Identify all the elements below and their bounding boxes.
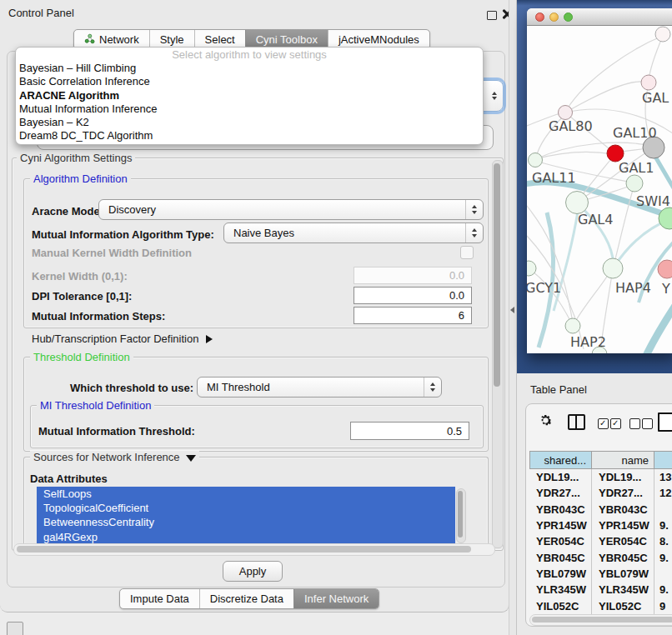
algorithm-option-bayesian-k2[interactable]: Bayesian – K2 xyxy=(16,116,483,129)
scrollbar-thumb[interactable] xyxy=(532,617,672,622)
unchecked-checkbox-icon[interactable] xyxy=(629,418,640,429)
dpi-tolerance-field[interactable]: 0.0 xyxy=(354,287,472,304)
split-column-icon[interactable] xyxy=(568,414,585,430)
mi-threshold-field[interactable]: 0.5 xyxy=(350,422,469,440)
mi-algorithm-type-label: Mutual Information Algorithm Type: xyxy=(32,228,214,241)
collapse-arrow-icon xyxy=(186,455,196,462)
table-cell[interactable]: YER054C xyxy=(529,533,592,549)
table-cell[interactable]: YLR345W xyxy=(529,582,592,598)
algorithm-option-dream8-dc-tdc-algorithm[interactable]: Dream8 DC_TDC Algorithm xyxy=(16,129,483,142)
network-window-titlebar[interactable] xyxy=(527,8,672,26)
table-cell[interactable]: 12 xyxy=(654,485,672,501)
table-cell[interactable]: YLR345W xyxy=(592,582,654,598)
mi-steps-field[interactable]: 6 xyxy=(354,307,472,324)
settings-horizontal-scrollbar[interactable] xyxy=(13,543,495,556)
table-cell[interactable]: 9. xyxy=(654,582,672,598)
node-label-gal11: GAL11 xyxy=(532,170,576,186)
table-cell[interactable]: YDR27... xyxy=(529,485,592,501)
sources-group-title[interactable]: Sources for Network Inference xyxy=(30,451,199,463)
table-cell[interactable]: YDL19... xyxy=(529,469,592,485)
table-cell[interactable] xyxy=(654,502,672,518)
attributes-vertical-scrollbar[interactable] xyxy=(456,488,466,543)
gear-icon[interactable] xyxy=(538,412,554,428)
splitter-collapse-icon[interactable] xyxy=(510,307,514,313)
manual-kernel-width-checkbox[interactable] xyxy=(460,246,474,259)
table-panel-title: Table Panel xyxy=(530,383,587,396)
table-horizontal-scrollbar[interactable] xyxy=(529,614,672,626)
table-cell[interactable]: YIL052C xyxy=(592,598,654,613)
table-cell[interactable]: 9. xyxy=(654,549,672,565)
checked-checkbox-icon[interactable]: ✓ xyxy=(610,418,621,429)
table-cell[interactable]: YBR043C xyxy=(529,502,592,518)
table-cell[interactable]: YDL19... xyxy=(592,469,654,485)
table-cell[interactable]: 8. xyxy=(654,533,672,549)
tab-discretize-data[interactable]: Discretize Data xyxy=(199,589,293,608)
attribute-item-selfloops[interactable]: SelfLoops xyxy=(37,487,455,501)
table-cell[interactable] xyxy=(654,566,672,582)
tab-label: Infer Network xyxy=(304,592,369,605)
apply-button[interactable]: Apply xyxy=(223,561,283,582)
algorithm-option-mutual-information-inference[interactable]: Mutual Information Inference xyxy=(16,102,483,116)
tab-infer-network[interactable]: Infer Network xyxy=(293,589,379,608)
column-header-name[interactable]: name xyxy=(592,451,654,469)
network-node-gal4[interactable] xyxy=(566,192,589,214)
table-cell[interactable]: YBL079W xyxy=(592,566,654,582)
scrollbar-thumb[interactable] xyxy=(17,546,471,552)
dropdown-placeholder: Select algorithm to view settings xyxy=(16,48,483,62)
kernel-width-field[interactable]: 0.0 xyxy=(354,267,472,284)
close-window-icon[interactable] xyxy=(535,12,544,22)
table-header-row: shared...name xyxy=(529,451,672,469)
table-cell[interactable]: 13 xyxy=(654,469,672,485)
network-canvas[interactable]: GALGAL80GAL10GAL11GAL1SWI4GAL4GCY1HAP4YH… xyxy=(527,26,672,353)
network-node-y[interactable] xyxy=(658,260,672,278)
table-cell[interactable]: 9 xyxy=(654,598,672,613)
node-label-hap2: HAP2 xyxy=(570,334,606,350)
table-cell[interactable]: YIL052C xyxy=(529,598,592,613)
minimized-panel-icon[interactable] xyxy=(7,622,23,635)
network-node-gal80[interactable] xyxy=(559,106,573,120)
network-node-gal1[interactable] xyxy=(626,175,643,192)
settings-vertical-scrollbar[interactable] xyxy=(492,160,504,548)
network-node-hap2[interactable] xyxy=(565,318,580,333)
float-panel-icon[interactable] xyxy=(487,11,497,20)
minimize-window-icon[interactable] xyxy=(549,12,559,22)
network-node-hap4[interactable] xyxy=(603,258,623,278)
table-cell[interactable]: 9. xyxy=(654,518,672,533)
table-cell[interactable]: YPR145W xyxy=(592,518,654,533)
node-label-swi4: SWI4 xyxy=(636,193,670,209)
network-node-gal11[interactable] xyxy=(529,153,543,168)
network-node-gal[interactable] xyxy=(641,75,656,90)
which-threshold-combobox[interactable]: MI Threshold xyxy=(197,377,442,398)
scrollbar-thumb[interactable] xyxy=(458,491,463,538)
network-node[interactable] xyxy=(607,145,624,162)
zoom-window-icon[interactable] xyxy=(564,12,573,22)
table-cell[interactable]: YER054C xyxy=(592,533,654,549)
algorithm-option-basic-correlation-inference[interactable]: Basic Correlation Inference xyxy=(16,75,483,88)
table-cell[interactable]: YBR045C xyxy=(529,549,592,565)
algorithm-option-bayesian-hill-climbing[interactable]: Bayesian – Hill Climbing xyxy=(16,62,483,75)
aracne-mode-combobox[interactable]: Discovery xyxy=(98,199,484,220)
table-cell[interactable]: YDR27... xyxy=(592,485,654,501)
panel-splitter[interactable] xyxy=(509,0,517,635)
table-cell[interactable]: YBL079W xyxy=(529,566,592,582)
node-label-gal10: GAL10 xyxy=(613,125,657,141)
scrollbar-thumb[interactable] xyxy=(494,163,500,387)
unchecked-checkbox-icon[interactable] xyxy=(642,418,653,429)
mi-algorithm-type-combobox[interactable]: Naive Bayes xyxy=(223,222,484,243)
algorithm-option-aracne-algorithm[interactable]: ARACNE Algorithm xyxy=(16,89,483,102)
column-header-2[interactable] xyxy=(654,451,672,469)
attribute-item-gal4rgexp[interactable]: gal4RGexp xyxy=(37,530,455,544)
table-cell[interactable]: YPR145W xyxy=(529,518,592,533)
network-icon xyxy=(84,33,95,47)
attribute-item-betweennesscentrality[interactable]: BetweennessCentrality xyxy=(37,515,455,529)
table-cell[interactable]: YBR045C xyxy=(592,549,654,565)
document-icon[interactable] xyxy=(658,412,672,432)
tab-impute-data[interactable]: Impute Data xyxy=(120,589,199,608)
attribute-item-topologicalcoefficient[interactable]: TopologicalCoefficient xyxy=(37,501,455,515)
column-header-shared[interactable]: shared... xyxy=(529,451,592,469)
table-cell[interactable]: YBR043C xyxy=(592,502,654,518)
manual-kernel-width-label: Manual Kernel Width Definition xyxy=(32,247,192,259)
network-node[interactable] xyxy=(655,27,670,42)
hub-definition-expander[interactable]: Hub/Transcription Factor Definition xyxy=(32,332,213,345)
checked-checkbox-icon[interactable]: ✓ xyxy=(598,418,609,429)
